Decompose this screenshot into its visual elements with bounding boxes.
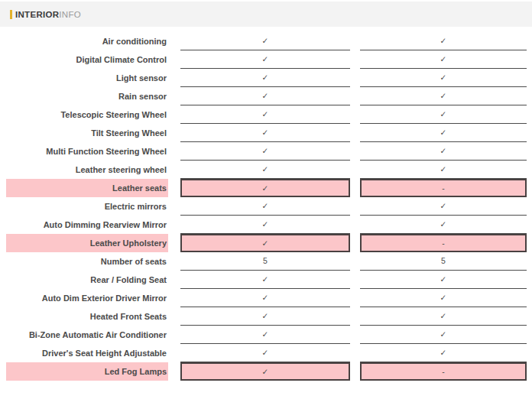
dash-icon: - <box>442 239 445 248</box>
column-spacer <box>350 69 360 87</box>
column-spacer <box>168 105 180 124</box>
car1-value-cell: ✓ <box>180 234 350 252</box>
check-icon: ✓ <box>262 37 269 45</box>
car1-value-cell: ✓ <box>180 289 350 307</box>
column-spacer <box>168 179 180 197</box>
feature-comparison-table: Air conditioning ✓ ✓ Digital Climate Con… <box>0 32 532 381</box>
feature-label: Heated Front Seats <box>6 307 168 326</box>
column-spacer <box>168 289 180 307</box>
column-spacer <box>350 197 360 216</box>
car1-value-cell: ✓ <box>180 344 350 362</box>
table-row: Rear / Folding Seat ✓ ✓ <box>6 271 532 289</box>
table-row: Telescopic Steering Wheel ✓ ✓ <box>6 105 532 124</box>
car1-value-cell: ✓ <box>180 307 350 326</box>
table-row: Led Fog Lamps ✓ - <box>6 362 532 381</box>
table-row: Tilt Steering Wheel ✓ ✓ <box>6 124 532 142</box>
column-spacer <box>168 271 180 289</box>
section-title-secondary: INFO <box>59 10 81 19</box>
column-spacer <box>350 326 360 344</box>
check-icon: ✓ <box>262 220 269 229</box>
column-spacer <box>350 161 360 179</box>
check-icon: ✓ <box>440 128 447 137</box>
table-row: Leather seats ✓ - <box>6 179 532 197</box>
check-icon: ✓ <box>440 37 447 45</box>
car2-value-cell: ✓ <box>360 326 527 344</box>
check-icon: ✓ <box>262 73 269 82</box>
column-spacer <box>350 234 360 252</box>
car2-value-cell: ✓ <box>360 32 527 50</box>
check-icon: ✓ <box>262 275 269 284</box>
table-row: Electric mirrors ✓ ✓ <box>6 197 532 216</box>
car1-value-cell: ✓ <box>180 69 350 87</box>
car2-value-cell: ✓ <box>360 197 527 216</box>
car1-value-cell: ✓ <box>180 197 350 216</box>
car1-value-cell: ✓ <box>180 161 350 179</box>
column-spacer <box>168 234 180 252</box>
check-icon: ✓ <box>440 220 447 229</box>
column-spacer <box>168 326 180 344</box>
car2-value-cell: ✓ <box>360 161 527 179</box>
car1-value-cell: ✓ <box>180 216 350 234</box>
feature-label: Telescopic Steering Wheel <box>6 105 168 124</box>
check-icon: ✓ <box>440 330 447 339</box>
feature-label: Led Fog Lamps <box>6 362 168 381</box>
check-icon: ✓ <box>440 147 447 155</box>
car2-value-cell: ✓ <box>360 216 527 234</box>
check-icon: ✓ <box>262 147 269 155</box>
car1-value-cell: ✓ <box>180 179 350 197</box>
car1-value-cell: ✓ <box>180 32 350 50</box>
car2-value-cell: ✓ <box>360 87 527 105</box>
check-icon: ✓ <box>262 330 269 339</box>
column-spacer <box>350 252 360 271</box>
feature-label: Auto Dim Exterior Driver Mirror <box>6 289 168 307</box>
table-row: Leather steering wheel ✓ ✓ <box>6 161 532 179</box>
car2-value-cell: 5 <box>360 252 527 271</box>
column-spacer <box>168 216 180 234</box>
column-spacer <box>350 179 360 197</box>
column-spacer <box>168 32 180 50</box>
table-row: Multi Function Steering Wheel ✓ ✓ <box>6 142 532 161</box>
check-icon: ✓ <box>262 92 269 100</box>
column-spacer <box>168 124 180 142</box>
car1-value-cell: ✓ <box>180 326 350 344</box>
car2-value-cell: - <box>360 362 527 381</box>
table-row: Air conditioning ✓ ✓ <box>6 32 532 50</box>
value-text: 5 <box>263 257 268 265</box>
check-icon: ✓ <box>440 294 447 302</box>
check-icon: ✓ <box>262 294 269 302</box>
check-icon: ✓ <box>262 184 269 193</box>
check-icon: ✓ <box>440 349 447 357</box>
feature-label: Light sensor <box>6 69 168 87</box>
column-spacer <box>168 252 180 271</box>
column-spacer <box>350 142 360 161</box>
column-spacer <box>350 344 360 362</box>
table-row: Leather Upholstery ✓ - <box>6 234 532 252</box>
column-spacer <box>168 344 180 362</box>
column-spacer <box>168 362 180 381</box>
car1-value-cell: ✓ <box>180 271 350 289</box>
check-icon: ✓ <box>262 55 269 63</box>
table-row: Rain sensor ✓ ✓ <box>6 87 532 105</box>
column-spacer <box>350 216 360 234</box>
section-header: INTERIOR INFO <box>0 2 532 27</box>
feature-label: Leather Upholstery <box>6 234 168 252</box>
column-spacer <box>350 50 360 69</box>
check-icon: ✓ <box>262 165 269 174</box>
feature-label: Auto Dimming Rearview Mirror <box>6 216 168 234</box>
check-icon: ✓ <box>440 55 447 63</box>
feature-label: Multi Function Steering Wheel <box>6 142 168 161</box>
check-icon: ✓ <box>440 110 447 118</box>
feature-label: Tilt Steering Wheel <box>6 124 168 142</box>
check-icon: ✓ <box>440 275 447 284</box>
car2-value-cell: - <box>360 234 527 252</box>
car2-value-cell: ✓ <box>360 142 527 161</box>
column-spacer <box>350 362 360 381</box>
feature-label: Air conditioning <box>6 32 168 50</box>
car2-value-cell: ✓ <box>360 344 527 362</box>
feature-label: Leather seats <box>6 179 168 197</box>
car1-value-cell: ✓ <box>180 50 350 69</box>
check-icon: ✓ <box>262 349 269 357</box>
value-text: 5 <box>441 257 446 265</box>
table-row: Auto Dim Exterior Driver Mirror ✓ ✓ <box>6 289 532 307</box>
table-row: Heated Front Seats ✓ ✓ <box>6 307 532 326</box>
